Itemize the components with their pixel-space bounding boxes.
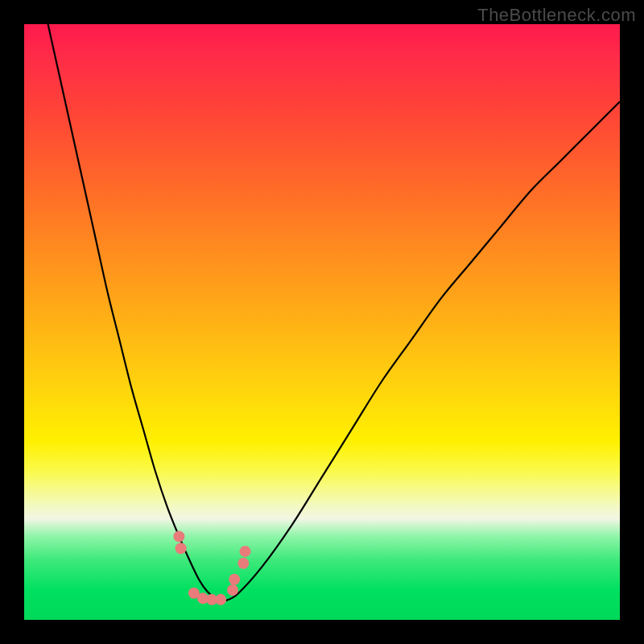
bottleneck-curve [48,24,620,601]
trough-dot [240,546,251,557]
trough-dots [173,530,250,605]
trough-dot [237,558,249,569]
watermark-text: TheBottleneck.com [477,5,636,26]
trough-dot [229,574,240,585]
trough-dot [173,530,184,542]
chart-frame: TheBottleneck.com [0,0,644,644]
trough-dot [215,594,226,605]
trough-dot [175,543,187,554]
trough-dot [227,584,238,596]
plot-area [24,24,620,620]
curve-svg [24,24,620,620]
